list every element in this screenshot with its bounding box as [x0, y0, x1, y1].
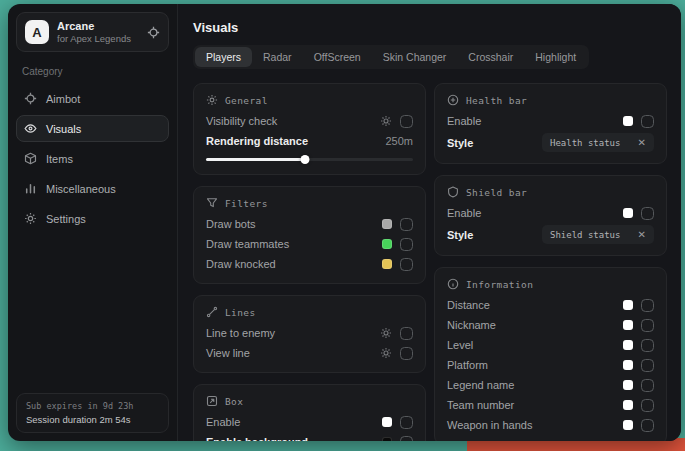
color-swatch[interactable] — [623, 400, 633, 410]
checkbox[interactable] — [400, 115, 413, 128]
setting-row-healthbar-enable: Enable — [447, 111, 654, 131]
setting-row-draw-bots: Draw bots — [206, 214, 413, 234]
gear-icon[interactable] — [380, 347, 392, 359]
crosshair-icon — [24, 92, 37, 105]
tab-highlight[interactable]: Highlight — [524, 47, 587, 67]
checkbox[interactable] — [400, 416, 413, 429]
color-swatch[interactable] — [623, 340, 633, 350]
setting-row-distance: Distance — [447, 295, 654, 315]
setting-row-platform: Platform — [447, 355, 654, 375]
checkbox[interactable] — [641, 399, 654, 412]
right-column: Health bar Enable Style Health status — [434, 83, 667, 441]
setting-row-legend-name: Legend name — [447, 375, 654, 395]
section-general: General Visibility check Rendering dista… — [193, 83, 426, 175]
checkbox[interactable] — [400, 238, 413, 251]
color-swatch[interactable] — [382, 417, 392, 427]
checkbox[interactable] — [641, 379, 654, 392]
checkbox[interactable] — [641, 419, 654, 432]
setting-row-draw-knocked: Draw knocked — [206, 254, 413, 274]
shield-icon — [447, 186, 459, 198]
funnel-icon — [206, 197, 218, 209]
section-shield-bar: Shield bar Enable Style Shield status — [434, 175, 667, 256]
checkbox[interactable] — [641, 299, 654, 312]
section-box: Box Enable Enable background — [193, 384, 426, 441]
tab-offscreen[interactable]: OffScreen — [303, 47, 372, 67]
setting-label: Level — [447, 339, 473, 351]
color-swatch[interactable] — [623, 380, 633, 390]
arcane-menu-window: A Arcane for Apex Legends Category Aimbo… — [8, 4, 681, 441]
visuals-tab-bar: Players Radar OffScreen Skin Changer Cro… — [193, 45, 589, 69]
setting-label: Nickname — [447, 319, 496, 331]
color-swatch[interactable] — [382, 259, 392, 269]
gear-icon[interactable] — [380, 327, 392, 339]
style-select[interactable]: Health status — [542, 133, 654, 152]
checkbox[interactable] — [400, 436, 413, 442]
eye-scan-icon — [24, 122, 37, 135]
setting-label: Weapon in hands — [447, 419, 532, 431]
checkbox[interactable] — [400, 327, 413, 340]
color-swatch[interactable] — [623, 116, 633, 126]
setting-row-team-number: Team number — [447, 395, 654, 415]
remove-tag-icon[interactable] — [638, 138, 646, 148]
brand-text: Arcane for Apex Legends — [57, 20, 139, 45]
left-column: General Visibility check Rendering dista… — [193, 83, 426, 441]
checkbox[interactable] — [641, 115, 654, 128]
color-swatch[interactable] — [623, 420, 633, 430]
remove-tag-icon[interactable] — [638, 230, 646, 240]
sidebar-item-label: Items — [46, 153, 73, 165]
gear-icon[interactable] — [380, 115, 392, 127]
sidebar-item-label: Settings — [46, 213, 86, 225]
session-duration-text: Session duration 2m 54s — [26, 413, 159, 426]
sidebar-item-visuals[interactable]: Visuals — [16, 115, 169, 142]
checkbox[interactable] — [641, 339, 654, 352]
setting-label: Draw teammates — [206, 238, 289, 250]
section-title: Health bar — [466, 95, 527, 106]
checkbox[interactable] — [641, 319, 654, 332]
section-information: Information Distance Nickname — [434, 267, 667, 441]
sidebar-item-items[interactable]: Items — [16, 145, 169, 172]
setting-row-weapon-in-hands: Weapon in hands — [447, 415, 654, 435]
checkbox[interactable] — [400, 218, 413, 231]
crosshair-badge-icon[interactable] — [147, 26, 160, 39]
rendering-distance-slider[interactable] — [206, 153, 413, 165]
tab-crosshair[interactable]: Crosshair — [457, 47, 524, 67]
setting-label: Line to enemy — [206, 327, 275, 339]
color-swatch[interactable] — [382, 239, 392, 249]
tab-skin-changer[interactable]: Skin Changer — [372, 47, 458, 67]
setting-row-healthbar-style: Style Health status — [447, 131, 654, 154]
style-select[interactable]: Shield status — [542, 225, 654, 244]
health-circle-icon — [447, 94, 459, 106]
sidebar-item-miscellaneous[interactable]: Miscellaneous — [16, 175, 169, 202]
setting-row-view-line: View line — [206, 343, 413, 363]
section-title: Information — [466, 279, 533, 290]
tab-players[interactable]: Players — [195, 47, 252, 67]
checkbox[interactable] — [400, 347, 413, 360]
section-lines: Lines Line to enemy View line — [193, 295, 426, 373]
color-swatch[interactable] — [623, 320, 633, 330]
setting-row-rendering-distance: Rendering distance 250m — [206, 131, 413, 151]
tab-radar[interactable]: Radar — [252, 47, 303, 67]
setting-label: Enable — [447, 115, 481, 127]
color-swatch[interactable] — [623, 360, 633, 370]
color-swatch[interactable] — [623, 300, 633, 310]
checkbox[interactable] — [641, 359, 654, 372]
checkbox[interactable] — [641, 207, 654, 220]
slider-knob[interactable] — [301, 155, 310, 164]
section-title: Filters — [225, 198, 268, 209]
section-title: General — [225, 95, 268, 106]
avatar: A — [25, 20, 49, 44]
color-swatch[interactable] — [382, 437, 392, 441]
color-swatch[interactable] — [382, 219, 392, 229]
subscription-info-card: Sub expires in 9d 23h Session duration 2… — [16, 393, 169, 433]
setting-row-box-enable: Enable — [206, 412, 413, 432]
color-swatch[interactable] — [623, 208, 633, 218]
diagonal-line-icon — [206, 306, 218, 318]
setting-label: Enable — [206, 416, 240, 428]
setting-row-nickname: Nickname — [447, 315, 654, 335]
sidebar-item-settings[interactable]: Settings — [16, 205, 169, 232]
box-select-icon — [206, 395, 218, 407]
sidebar-item-aimbot[interactable]: Aimbot — [16, 85, 169, 112]
checkbox[interactable] — [400, 258, 413, 271]
sidebar-item-label: Miscellaneous — [46, 183, 116, 195]
sidebar: A Arcane for Apex Legends Category Aimbo… — [8, 4, 178, 441]
